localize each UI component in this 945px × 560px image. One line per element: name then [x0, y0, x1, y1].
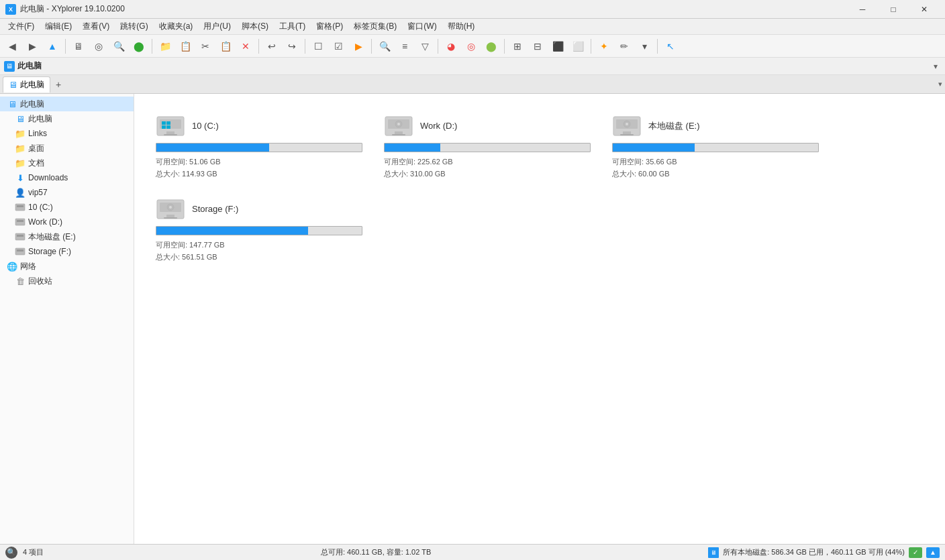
menu-item-v[interactable]: 查看(V): [77, 19, 115, 34]
menu-item-s[interactable]: 脚本(S): [236, 19, 274, 34]
copy-button[interactable]: 📋: [176, 37, 195, 56]
drive-name-c: 10 (C:): [192, 121, 219, 131]
delete-button[interactable]: ✕: [236, 37, 255, 56]
status-settings-button[interactable]: ▲: [926, 547, 940, 558]
paint-button[interactable]: ✏: [615, 37, 634, 56]
back-button[interactable]: ◀: [3, 37, 21, 56]
menu-item-b[interactable]: 标签页集(B): [348, 19, 402, 34]
maximize-button[interactable]: □: [878, 0, 909, 19]
star-button[interactable]: ✦: [595, 37, 613, 56]
address-bar: 🖥 此电脑 ▾: [0, 58, 945, 75]
status-item-count: 4 项目: [23, 547, 44, 557]
drive-name-f: Storage (F:): [192, 204, 238, 214]
filter2-button[interactable]: ▽: [415, 37, 434, 56]
svg-rect-5: [17, 235, 23, 237]
svg-rect-31: [164, 217, 177, 219]
sidebar-label-network: 网络: [20, 261, 36, 272]
sidebar-item-network[interactable]: 🌐网络: [0, 259, 134, 274]
new-folder-button[interactable]: 📁: [156, 37, 175, 56]
up-button[interactable]: ▲: [43, 37, 62, 56]
sep9: [657, 39, 658, 54]
minimize-button[interactable]: ─: [847, 0, 878, 19]
sidebar-item-downloads[interactable]: ⬇Downloads: [0, 170, 134, 185]
check-button[interactable]: ☐: [309, 37, 328, 56]
status-search-icon[interactable]: 🔍: [5, 547, 17, 559]
grid2-button[interactable]: ⊞: [508, 37, 527, 56]
tab-this-pc[interactable]: 🖥 此电脑: [3, 76, 50, 93]
pen-dropdown[interactable]: ▾: [635, 37, 654, 56]
cursor-button[interactable]: ↖: [661, 37, 680, 56]
redo-button[interactable]: ↪: [283, 37, 301, 56]
drive-card-e[interactable]: 本地磁盘 (E:)可用空间: 35.66 GB总大小: 60.00 GB: [601, 105, 830, 188]
sep4: [305, 39, 305, 54]
drive-bar-fill-f: [156, 227, 308, 235]
scan-button[interactable]: ◎: [89, 37, 108, 56]
drive-bar-fill-c: [156, 144, 269, 152]
drive-header-d: Work (D:): [384, 113, 591, 139]
sep8: [591, 39, 591, 54]
menu-item-u[interactable]: 用户(U): [198, 19, 236, 34]
menu-item-p[interactable]: 窗格(P): [311, 19, 348, 34]
menu-item-f[interactable]: 文件(F): [3, 19, 40, 34]
menu-item-a[interactable]: 收藏夹(a): [154, 19, 199, 34]
status-ok-button[interactable]: ✓: [909, 547, 922, 558]
sidebar-item-desktop[interactable]: 📁桌面: [0, 141, 134, 156]
grid3-button[interactable]: ⊟: [528, 37, 547, 56]
sidebar-item-vip57[interactable]: 👤vip57: [0, 185, 134, 200]
menu-item-t[interactable]: 工具(T): [274, 19, 311, 34]
menu-item-e[interactable]: 编辑(E): [40, 19, 77, 34]
drive-name-d: Work (D:): [420, 121, 457, 131]
title-bar-controls[interactable]: ─ □ ✕: [847, 0, 940, 19]
svg-rect-24: [623, 131, 631, 134]
target-button[interactable]: ◎: [462, 37, 481, 56]
drive-header-c: 10 (C:): [156, 113, 362, 139]
title-bar-left: X 此电脑 - XYplorer 19.10.0200: [5, 3, 125, 15]
undo-button[interactable]: ↩: [262, 37, 281, 56]
search2-button[interactable]: 🔍: [375, 37, 394, 56]
sidebar-item-drive-d[interactable]: Work (D:): [0, 215, 134, 229]
drive-icon-d: [384, 113, 413, 139]
home-button[interactable]: 🖥: [69, 37, 88, 56]
drive-card-c[interactable]: 10 (C:)可用空间: 51.06 GB总大小: 114.93 GB: [145, 105, 373, 188]
drive-card-f[interactable]: Storage (F:)可用空间: 147.77 GB总大小: 561.51 G…: [145, 188, 373, 271]
sidebar-item-links[interactable]: 📁Links: [0, 126, 134, 141]
filter-button[interactable]: ≡: [395, 37, 414, 56]
close-button[interactable]: ✕: [909, 0, 940, 19]
split-button[interactable]: ⬜: [568, 37, 587, 56]
addr-dropdown-button[interactable]: ▾: [930, 61, 941, 72]
menu-item-g[interactable]: 跳转(G): [115, 19, 153, 34]
find-button[interactable]: 🔍: [109, 37, 128, 56]
drive-info-e: 可用空间: 35.66 GB总大小: 60.00 GB: [612, 156, 819, 180]
sidebar-icon-recycle: 🗑: [15, 276, 26, 286]
sidebar-item-drive-f[interactable]: Storage (F:): [0, 244, 134, 259]
status-disk-info: 所有本地磁盘: 586.34 GB 已用，460.11 GB 可用 (44%): [723, 547, 905, 557]
sidebar-icon-this-pc: 🖥: [7, 99, 17, 109]
refresh-button[interactable]: ⬤: [130, 37, 148, 56]
pie-button[interactable]: ◕: [442, 37, 460, 56]
tab-add-button[interactable]: +: [52, 78, 65, 91]
sidebar-item-drive-c[interactable]: 10 (C:): [0, 200, 134, 215]
menu-item-w[interactable]: 窗口(W): [402, 19, 442, 34]
sidebar-item-drive-e[interactable]: 本地磁盘 (E:): [0, 229, 134, 244]
drive-card-d[interactable]: Work (D:)可用空间: 225.62 GB总大小: 310.00 GB: [373, 105, 601, 188]
cols-button[interactable]: ⬛: [548, 37, 567, 56]
android-button[interactable]: ⬤: [482, 37, 501, 56]
sidebar-item-documents[interactable]: 📁文档: [0, 156, 134, 170]
drive-name-e: 本地磁盘 (E:): [648, 120, 700, 132]
forward-button[interactable]: ▶: [23, 37, 42, 56]
checkall-button[interactable]: ☑: [329, 37, 348, 56]
sep5: [371, 39, 372, 54]
run-button[interactable]: ▶: [349, 37, 368, 56]
cut-button[interactable]: ✂: [196, 37, 215, 56]
drive-icon-c: [156, 113, 185, 139]
tab-chevron-button[interactable]: ▾: [938, 80, 942, 89]
sidebar-item-this-pc-sub[interactable]: 🖥此电脑: [0, 111, 134, 126]
sep6: [438, 39, 438, 54]
menu-item-h[interactable]: 帮助(H): [442, 19, 481, 34]
sidebar-item-this-pc[interactable]: 🖥此电脑: [0, 97, 134, 111]
sidebar-item-recycle[interactable]: 🗑回收站: [0, 274, 134, 288]
paste-button[interactable]: 📋: [216, 37, 235, 56]
drive-header-e: 本地磁盘 (E:): [612, 113, 819, 139]
drive-header-f: Storage (F:): [156, 196, 362, 222]
status-right-info: 🖥 所有本地磁盘: 586.34 GB 已用，460.11 GB 可用 (44%…: [708, 547, 940, 558]
